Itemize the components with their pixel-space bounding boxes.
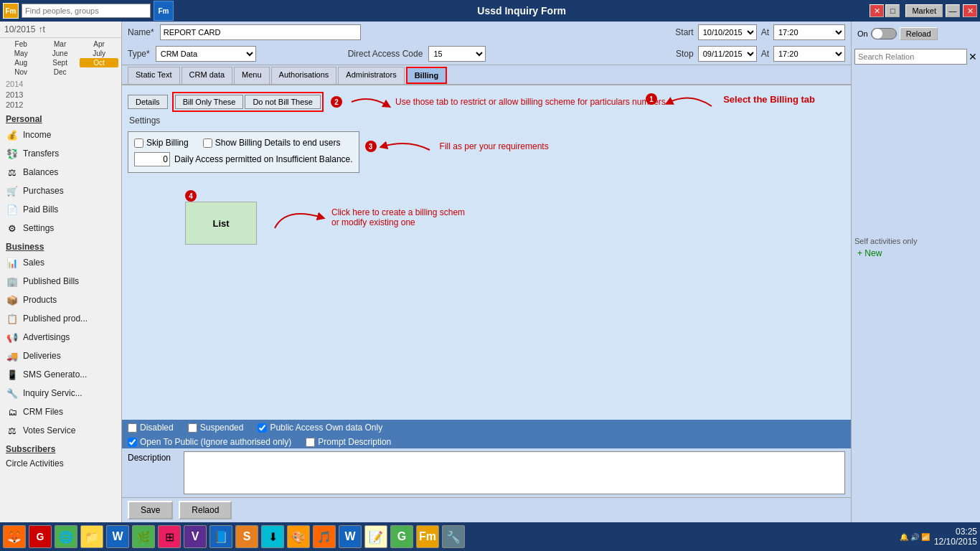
on-toggle[interactable] [871,28,897,39]
settings-label: Settings [23,223,54,233]
show-billing-checkbox[interactable] [203,138,212,148]
month-may[interactable]: May [1,49,40,58]
taskbar-firefox[interactable]: 🦊 [3,525,26,548]
sidebar-item-advertisings[interactable]: 📢 Advertisings [0,328,121,347]
taskbar-paint[interactable]: 🎨 [287,525,310,548]
new-button[interactable]: + New [854,245,977,261]
tab-static-text[interactable]: Static Text [128,67,180,84]
sidebar-item-balances[interactable]: ⚖ Balances [0,163,121,182]
save-button[interactable]: Save [128,501,173,519]
sidebar-item-votes[interactable]: ⚖ Votes Service [0,421,121,440]
year-2013[interactable]: 2013 [0,90,121,100]
minimize-button[interactable]: — [946,4,960,17]
prompt-checkbox[interactable] [306,438,315,447]
market-button[interactable]: Market [905,4,943,17]
direct-access-select[interactable]: 15 [428,46,486,62]
taskbar-w1[interactable]: W [106,525,129,548]
month-apr[interactable]: Apr [80,39,118,49]
taskbar-fm[interactable]: Fm [416,525,439,548]
sidebar-item-inquiry[interactable]: 🔧 Inquiry Servic... [0,384,121,402]
do-not-tab[interactable]: Do not Bill These [245,95,321,109]
name-input[interactable] [160,24,361,40]
month-nov[interactable]: Nov [1,67,40,77]
right-reload-button[interactable]: Reload [900,27,938,40]
taskbar-notepad[interactable]: 📝 [364,525,387,548]
taskbar-chrome[interactable]: 🌐 [55,525,77,548]
sidebar-item-deliveries[interactable]: 🚚 Deliveries [0,347,121,365]
sidebar-item-paid-bills[interactable]: 📄 Paid Bills [0,200,121,219]
taskbar-leaf[interactable]: 🌿 [132,525,155,548]
subscribers-section[interactable]: Subscribers [0,440,121,456]
type-select[interactable]: CRM Data Static Text Menu [156,46,256,62]
tab-menu[interactable]: Menu [234,67,270,84]
taskbar-book[interactable]: 📘 [209,525,232,548]
sidebar-item-sms[interactable]: 📱 SMS Generato... [0,365,121,384]
crm-files-label: CRM Files [23,407,63,417]
sidebar-item-circle[interactable]: Circle Activities [0,456,121,471]
taskbar-vlc[interactable]: 🎵 [313,525,336,548]
month-june[interactable]: June [40,49,79,58]
status-bar-2: Open To Public (Ignore authorised only) … [122,435,851,448]
inquiry-label: Inquiry Servic... [23,388,83,398]
taskbar-dl[interactable]: ⬇ [261,525,284,548]
sidebar-item-crm-files[interactable]: 🗂 CRM Files [0,402,121,421]
sidebar-item-published-prod[interactable]: 📋 Published prod... [0,309,121,328]
public-checkbox[interactable] [258,423,267,433]
taskbar-grid[interactable]: ⊞ [158,525,181,548]
stop-time-select[interactable]: 17:20 [773,46,845,62]
year-2012[interactable]: 2012 [0,100,121,110]
list-button[interactable]: List [185,202,257,245]
daily-access-input[interactable] [134,152,170,166]
close-button[interactable]: ✕ [870,4,884,17]
personal-section[interactable]: Personal [0,110,121,126]
tab-authorisations[interactable]: Authorisations [271,67,337,84]
tab-billing[interactable]: Billing [406,67,448,84]
month-aug[interactable]: Aug [1,58,40,67]
taskbar-vs[interactable]: V [184,525,207,548]
clear-search-icon[interactable]: ✕ [969,51,977,62]
sidebar-item-income[interactable]: 💰 Income [0,126,121,144]
sidebar-item-transfers[interactable]: 💱 Transfers [0,144,121,163]
bill-only-tab[interactable]: Bill Only These [175,95,244,109]
disabled-checkbox[interactable] [128,423,137,433]
details-tab[interactable]: Details [128,95,168,109]
month-sept[interactable]: Sept [40,58,79,67]
sidebar-item-products[interactable]: 📦 Products [0,291,121,309]
taskbar-tool[interactable]: 🔧 [442,525,465,548]
taskbar-s[interactable]: S [235,525,258,548]
search-relation-input[interactable] [854,49,967,65]
search-input[interactable] [22,4,151,18]
close-main-button[interactable]: ✕ [963,4,977,17]
taskbar-files[interactable]: 📁 [80,525,103,548]
sidebar-item-settings-personal[interactable]: ⚙ Settings [0,219,121,237]
taskbar-g[interactable]: G [29,525,52,548]
month-oct[interactable]: Oct [80,58,118,67]
business-section[interactable]: Business [0,237,121,253]
products-label: Products [23,295,57,305]
suspended-checkbox[interactable] [188,423,197,433]
sidebar-item-purchases[interactable]: 🛒 Purchases [0,182,121,200]
start-time-select[interactable]: 17:20 [773,24,845,40]
month-july[interactable]: July [80,49,118,58]
taskbar-w2[interactable]: W [339,525,362,548]
sidebar-item-sales[interactable]: 📊 Sales [0,253,121,272]
stop-date-select[interactable]: 09/11/2015 [698,46,757,62]
tab-administrators[interactable]: Administrators [338,67,404,84]
settings-label: Settings [128,116,845,126]
month-dec[interactable]: Dec [40,67,79,77]
bill-tabs-outlined: Bill Only These Do not Bill These [172,92,324,112]
maximize-button[interactable]: □ [885,4,900,17]
tab-crm-data[interactable]: CRM data [182,67,233,84]
taskbar-g2[interactable]: G [390,525,413,548]
start-date-select[interactable]: 10/10/2015 [698,24,757,40]
month-feb[interactable]: Feb [1,39,40,49]
year-2014: 2014 [0,78,121,90]
skip-billing-checkbox[interactable] [134,138,143,148]
prompt-label: Prompt Description [318,437,391,447]
reload-button[interactable]: Relaod [179,501,232,519]
annotation-num-4: 4 [185,190,197,202]
month-mar[interactable]: Mar [40,39,79,49]
sidebar-item-published-bills[interactable]: 🏢 Published Bills [0,272,121,291]
description-textarea[interactable] [184,451,845,494]
open-public-checkbox[interactable] [128,438,137,447]
